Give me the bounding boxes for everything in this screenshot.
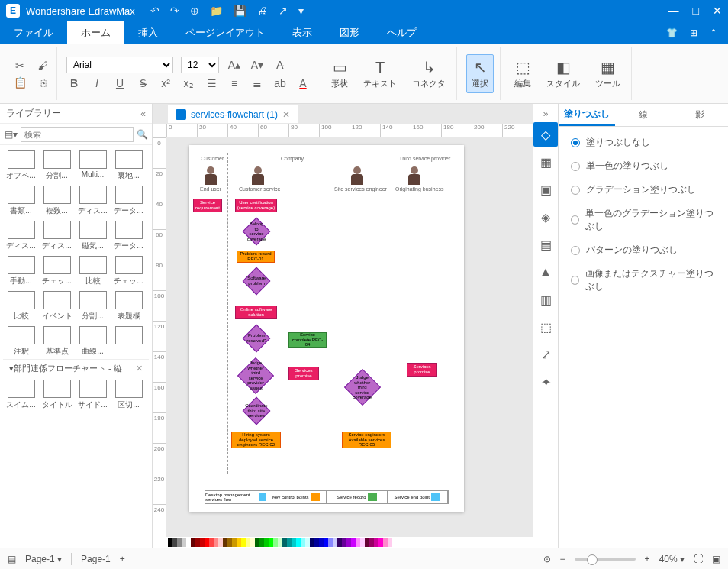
nav-fill-icon[interactable]: ◇ (533, 122, 558, 147)
doc-tab-close-icon[interactable]: ✕ (282, 109, 290, 120)
menu-file[interactable]: ファイル (0, 21, 67, 44)
node-service-req[interactable]: Service requirement (193, 199, 222, 212)
library-dropdown-icon[interactable]: ▤▾ (5, 129, 18, 140)
print-icon[interactable]: 🖨 (257, 5, 268, 17)
cut-icon[interactable]: ✂ (12, 60, 27, 72)
shape-cell[interactable]: ディス... (39, 218, 75, 254)
shape-cell[interactable]: 比較 (3, 289, 39, 324)
props-tab-fill[interactable]: 塗りつぶし (559, 104, 615, 126)
nav-effects-icon[interactable]: ✦ (533, 370, 558, 394)
nav-size-icon[interactable]: ⤢ (533, 342, 558, 367)
collapse-library-icon[interactable]: « (140, 108, 146, 119)
document-tab[interactable]: services-flowchart (1) ✕ (168, 105, 298, 123)
shape-cell[interactable]: チェッ... (111, 254, 147, 289)
menu-insert[interactable]: 挿入 (124, 21, 172, 44)
edit-button[interactable]: ⬚編集 (510, 55, 536, 92)
zoom-value[interactable]: 40% ▾ (659, 554, 685, 564)
shape-cell[interactable]: ディス... (3, 218, 39, 254)
shape-cell[interactable]: 分割... (39, 148, 75, 183)
fill-option[interactable]: 単一色の塗りつぶし (571, 160, 716, 173)
props-tab-line[interactable]: 線 (615, 104, 672, 126)
search-icon[interactable]: 🔍 (137, 129, 148, 140)
font-color-icon[interactable]: A (295, 77, 311, 89)
nav-image-icon[interactable]: ▣ (533, 177, 558, 202)
shape-cell[interactable]: スイム... (3, 377, 39, 412)
shape-cell[interactable]: 比較 (75, 254, 111, 289)
export-icon[interactable]: ↗ (279, 5, 288, 17)
text-button[interactable]: Tテキスト (359, 56, 401, 92)
shape-cell[interactable]: Multi... (75, 148, 111, 183)
nav-table-icon[interactable]: ▥ (533, 287, 558, 312)
align-icon[interactable]: ≣ (250, 77, 265, 89)
nav-align-icon[interactable]: ⬚ (533, 315, 558, 339)
style-button[interactable]: ◧スタイル (542, 55, 585, 92)
menu-help[interactable]: ヘルプ (373, 21, 430, 44)
shape-cell[interactable]: 手動... (3, 254, 39, 289)
save-icon[interactable]: 💾 (234, 5, 246, 17)
shape-cell[interactable]: 分割... (75, 289, 111, 324)
canvas[interactable]: Customer Company Third service provider … (166, 137, 533, 537)
connector-button[interactable]: ↳コネクタ (407, 55, 450, 92)
menu-pagelayout[interactable]: ページレイアウト (172, 21, 279, 44)
menu-home[interactable]: ホーム (67, 21, 124, 44)
shape-cell[interactable]: 注釈 (3, 324, 39, 359)
undo-icon[interactable]: ↶ (150, 5, 159, 17)
fill-option[interactable]: グラデーション塗りつぶし (571, 183, 716, 196)
shape-cell[interactable]: 裏地... (111, 148, 147, 183)
shape-cell[interactable]: サイド... (75, 377, 111, 412)
page-tab[interactable]: Page-1 (81, 554, 111, 564)
nav-grid-icon[interactable]: ▦ (533, 150, 558, 174)
shape-cell[interactable]: 基準点 (39, 324, 75, 359)
shape-cell[interactable]: 曲線... (75, 324, 111, 359)
shape-cell[interactable]: 磁気... (75, 218, 111, 254)
qat-dropdown-icon[interactable]: ▾ (298, 5, 304, 17)
node-resolved[interactable]: Problem resolved? (243, 325, 271, 353)
props-tab-shadow[interactable]: 影 (672, 104, 728, 126)
node-avail[interactable]: Service engineers Available services REC… (342, 432, 391, 448)
node-software[interactable]: Software problem (243, 267, 271, 296)
shape-cell[interactable]: 区切... (111, 377, 147, 412)
shape-cell[interactable]: ディス... (75, 183, 111, 218)
text-direction-icon[interactable]: ab (272, 77, 288, 89)
strike-icon[interactable]: S̶ (135, 77, 150, 89)
format-painter-icon[interactable]: 🖌 (35, 60, 50, 72)
font-size-select[interactable]: 12 (181, 57, 219, 73)
fit-page-icon[interactable]: ⛶ (694, 554, 703, 564)
node-belong[interactable]: Belong to service coverage (243, 218, 271, 246)
bold-icon[interactable]: B (66, 77, 82, 89)
open-icon[interactable]: 📁 (210, 5, 223, 17)
nav-page-icon[interactable]: ▤ (533, 232, 558, 257)
library-section-header[interactable]: ▾ 部門連係フローチャート - 縦 ✕ (3, 359, 149, 377)
node-hiring[interactable]: Hiring system deployed service engineers… (231, 432, 281, 448)
page[interactable]: Customer Company Third service provider … (189, 145, 464, 512)
library-search-input[interactable] (21, 127, 134, 142)
node-user-cert[interactable]: User certification (service coverage) (235, 199, 277, 212)
menu-shape[interactable]: 図形 (326, 21, 373, 44)
page-select[interactable]: Page-1 ▾ (25, 554, 62, 564)
italic-icon[interactable]: I (89, 77, 105, 89)
fill-option[interactable]: パターンの塗りつぶし (571, 244, 716, 257)
shape-cell[interactable]: タイトル (39, 377, 75, 412)
tool-button[interactable]: ▦ツール (591, 55, 625, 92)
add-page-icon[interactable]: + (120, 554, 125, 564)
shape-cell[interactable]: イベント (39, 289, 75, 324)
shape-cell[interactable]: オフペ... (3, 148, 39, 183)
shape-cell[interactable]: チェッ... (39, 254, 75, 289)
menu-view[interactable]: 表示 (279, 21, 326, 44)
nav-layers-icon[interactable]: ◈ (533, 205, 558, 229)
shape-button[interactable]: ▭形状 (327, 55, 353, 92)
node-judge1[interactable]: Judge whether third service provider iss… (237, 357, 274, 394)
shape-cell[interactable]: 複数... (39, 183, 75, 218)
copy-icon[interactable]: ⎘ (35, 76, 50, 89)
node-online[interactable]: Online software solution (235, 306, 277, 319)
maximize-button[interactable]: □ (693, 5, 699, 17)
underline-icon[interactable]: U (112, 77, 127, 89)
fill-option[interactable]: 塗りつぶしなし (571, 136, 716, 149)
node-complete[interactable]: Service complete REC-04 (288, 332, 327, 348)
apps-icon[interactable]: ⊞ (690, 27, 697, 38)
theme-icon[interactable]: 👕 (666, 27, 678, 38)
shape-cell[interactable] (111, 324, 147, 359)
view-mode-icon[interactable]: ▤ (8, 554, 16, 564)
bullets-icon[interactable]: ☰ (204, 77, 219, 89)
node-problem-rec[interactable]: Problem record REC-01 (237, 251, 275, 263)
